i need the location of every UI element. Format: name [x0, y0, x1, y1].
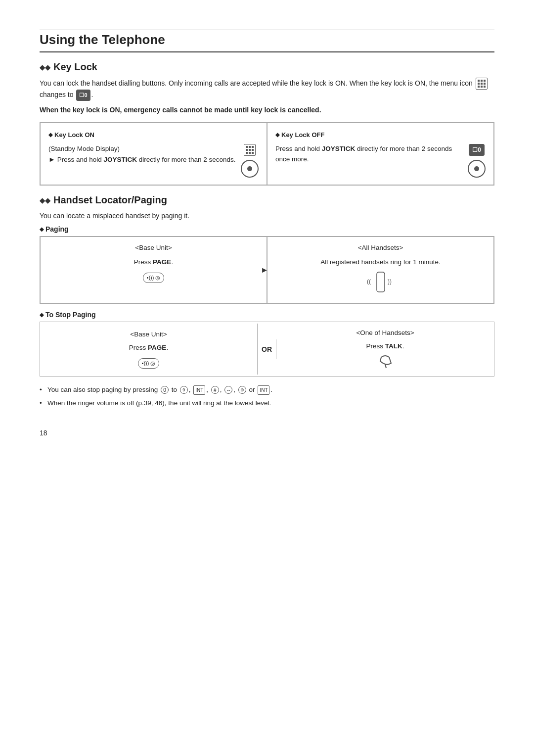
key-lock-off-content: Press and hold JOYSTICK directly for mor…: [275, 144, 486, 178]
func-icon: ⊕: [238, 386, 246, 394]
bullet-note-1: You can also stop paging by pressing 0 t…: [40, 384, 494, 396]
handset-locator-title: ◆◆ Handset Locator/Paging: [40, 194, 494, 206]
stop-base-cell: <Base Unit> Press PAGE. •))) ◎: [40, 324, 258, 375]
diamond-paging-small: ◆: [40, 226, 44, 233]
key-lock-on-content: (Standby Mode Display) ► Press and hold …: [48, 144, 259, 178]
svg-rect-0: [377, 272, 385, 292]
arrow-pointer: ►: [48, 154, 55, 165]
key-lock-on-icons: [241, 144, 259, 178]
stop-base-header: <Base Unit>: [48, 330, 249, 340]
or-divider: OR: [258, 339, 276, 359]
stop-paging-grid: <Base Unit> Press PAGE. •))) ◎ OR <One o…: [40, 322, 494, 377]
paging-all-handsets-cell: ► <All Handsets> All registered handsets…: [267, 236, 494, 303]
key-lock-off-text: Press and hold JOYSTICK directly for mor…: [275, 144, 463, 178]
paging-base-header: <Base Unit>: [48, 243, 259, 253]
key-lock-off-icons: ☐0: [468, 144, 486, 178]
menu-grid-icon-inline: [476, 78, 488, 90]
stop-base-press: Press PAGE.: [48, 343, 249, 353]
diamond-off: ◆: [275, 131, 279, 139]
keylock-icon-off: ☐0: [469, 144, 485, 156]
key-lock-on-header: ◆ Key Lock ON: [48, 130, 259, 140]
page-number: 18: [40, 429, 494, 437]
svg-text:)): )): [388, 278, 392, 285]
int-icon: INT: [193, 385, 205, 395]
diamond-icon-paging: ◆◆: [40, 196, 50, 204]
key-lock-on-text: (Standby Mode Display) ► Press and hold …: [48, 144, 236, 178]
keylock-icon-inline: ☐0: [76, 90, 90, 101]
handset-ringing-image: (( )): [275, 270, 486, 297]
page-container: Using the Telephone ◆◆ Key Lock You can …: [40, 30, 494, 437]
key-lock-off-header: ◆ Key Lock OFF: [275, 130, 486, 140]
joystick-icon-off: [468, 160, 486, 178]
stop-handset-cell: <One of Handsets> Press TALK.: [276, 322, 494, 376]
key-lock-grid: ◆ Key Lock ON (Standby Mode Display) ► P…: [40, 122, 494, 186]
paging-label: ◆ Paging: [40, 225, 494, 233]
diamond-stop-small: ◆: [40, 312, 44, 318]
arrow-icon: ↔: [224, 386, 232, 394]
stop-page-btn-icon: •))) ◎: [48, 356, 249, 369]
stop-paging-label: ◆ To Stop Paging: [40, 311, 494, 319]
bullet-note-2: When the ringer volume is off (p.39, 46)…: [40, 398, 494, 409]
stop-handset-header: <One of Handsets>: [284, 328, 486, 338]
paging-grid: <Base Unit> Press PAGE. •))) ◎ ► <All Ha…: [40, 236, 494, 304]
stop-talk-press: Press TALK.: [284, 341, 486, 352]
svg-text:((: ((: [367, 278, 371, 285]
handset-locator-section: ◆◆ Handset Locator/Paging You can locate…: [40, 194, 494, 409]
key-lock-intro: You can lock the handset dialling button…: [40, 78, 494, 101]
paging-base-unit-cell: <Base Unit> Press PAGE. •))) ◎: [40, 236, 267, 303]
nine-icon: 9: [180, 386, 188, 394]
menu-icon-on: [244, 144, 256, 156]
key-lock-section: ◆◆ Key Lock You can lock the handset dia…: [40, 61, 494, 186]
paging-base-press: Press PAGE.: [48, 257, 259, 268]
int2-icon: INT: [258, 385, 269, 395]
page-button-icon: •))) ◎: [48, 270, 259, 283]
paging-all-header: <All Handsets>: [275, 243, 486, 253]
page-title: Using the Telephone: [40, 32, 494, 52]
diamond-icon-keylock: ◆◆: [40, 63, 50, 71]
key-lock-title: ◆◆ Key Lock: [40, 61, 494, 73]
paging-arrow: ►: [261, 264, 268, 276]
paging-all-text: All registered handsets ring for 1 minut…: [275, 257, 486, 268]
handset-locator-intro: You can locate a misplaced handset by pa…: [40, 211, 494, 221]
hash-icon: #: [211, 386, 219, 394]
diamond-on: ◆: [48, 131, 52, 139]
key-lock-warning: When the key lock is ON, emergency calls…: [40, 105, 494, 115]
key-lock-off-cell: ◆ Key Lock OFF Press and hold JOYSTICK d…: [267, 123, 494, 186]
zero-icon: 0: [161, 386, 169, 394]
page-header-line: [40, 30, 494, 30]
key-lock-on-cell: ◆ Key Lock ON (Standby Mode Display) ► P…: [40, 123, 267, 186]
bullet-notes: You can also stop paging by pressing 0 t…: [40, 384, 494, 409]
talk-icon: [377, 354, 393, 370]
joystick-icon-on: [241, 160, 259, 178]
